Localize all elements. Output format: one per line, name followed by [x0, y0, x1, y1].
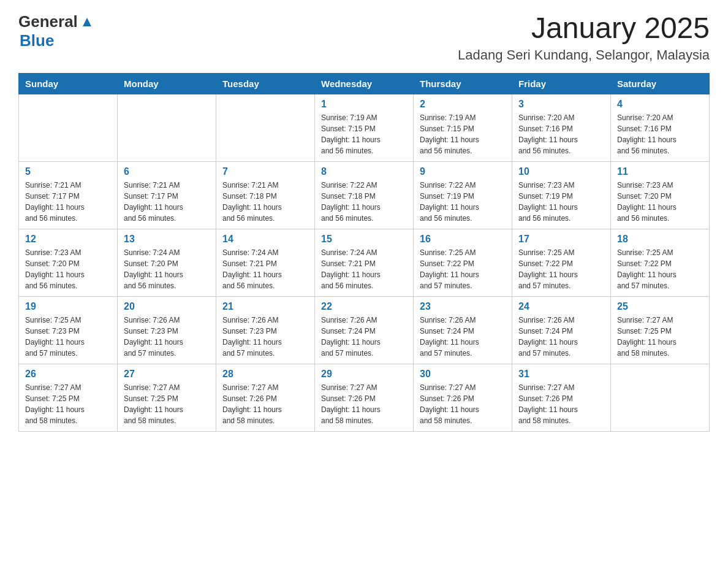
calendar-cell: 16Sunrise: 7:25 AM Sunset: 7:22 PM Dayli…	[414, 229, 512, 296]
calendar-week-row: 12Sunrise: 7:23 AM Sunset: 7:20 PM Dayli…	[19, 229, 710, 296]
calendar-cell: 8Sunrise: 7:22 AM Sunset: 7:18 PM Daylig…	[315, 161, 414, 229]
day-info: Sunrise: 7:27 AM Sunset: 7:25 PM Dayligh…	[617, 315, 703, 359]
weekday-header-saturday: Saturday	[611, 73, 710, 94]
day-info: Sunrise: 7:23 AM Sunset: 7:20 PM Dayligh…	[25, 247, 111, 291]
day-info: Sunrise: 7:25 AM Sunset: 7:22 PM Dayligh…	[518, 247, 604, 291]
day-number: 11	[617, 166, 703, 177]
calendar-cell: 21Sunrise: 7:26 AM Sunset: 7:23 PM Dayli…	[216, 296, 315, 364]
day-number: 1	[321, 99, 407, 110]
calendar-cell: 11Sunrise: 7:23 AM Sunset: 7:20 PM Dayli…	[611, 161, 710, 229]
day-info: Sunrise: 7:25 AM Sunset: 7:22 PM Dayligh…	[617, 247, 703, 291]
day-number: 25	[617, 301, 703, 312]
day-info: Sunrise: 7:22 AM Sunset: 7:19 PM Dayligh…	[420, 180, 506, 224]
calendar-cell: 13Sunrise: 7:24 AM Sunset: 7:20 PM Dayli…	[118, 229, 216, 296]
calendar-cell: 3Sunrise: 7:20 AM Sunset: 7:16 PM Daylig…	[512, 94, 611, 161]
logo: General Blue	[18, 12, 94, 50]
day-info: Sunrise: 7:27 AM Sunset: 7:25 PM Dayligh…	[25, 382, 111, 426]
day-number: 18	[617, 234, 703, 245]
calendar-cell: 14Sunrise: 7:24 AM Sunset: 7:21 PM Dayli…	[216, 229, 315, 296]
day-number: 27	[124, 369, 210, 380]
day-info: Sunrise: 7:26 AM Sunset: 7:23 PM Dayligh…	[222, 315, 308, 359]
logo-icon	[80, 15, 94, 31]
calendar-week-row: 5Sunrise: 7:21 AM Sunset: 7:17 PM Daylig…	[19, 161, 710, 229]
day-number: 17	[518, 234, 604, 245]
day-number: 5	[25, 166, 111, 177]
logo-blue-text: Blue	[20, 31, 54, 50]
calendar-cell: 7Sunrise: 7:21 AM Sunset: 7:18 PM Daylig…	[216, 161, 315, 229]
day-number: 31	[518, 369, 604, 380]
calendar-cell: 17Sunrise: 7:25 AM Sunset: 7:22 PM Dayli…	[512, 229, 611, 296]
day-info: Sunrise: 7:24 AM Sunset: 7:21 PM Dayligh…	[222, 247, 308, 291]
calendar-cell: 1Sunrise: 7:19 AM Sunset: 7:15 PM Daylig…	[315, 94, 414, 161]
day-info: Sunrise: 7:19 AM Sunset: 7:15 PM Dayligh…	[321, 112, 407, 156]
day-info: Sunrise: 7:27 AM Sunset: 7:26 PM Dayligh…	[321, 382, 407, 426]
day-info: Sunrise: 7:22 AM Sunset: 7:18 PM Dayligh…	[321, 180, 407, 224]
day-number: 15	[321, 234, 407, 245]
calendar-cell: 26Sunrise: 7:27 AM Sunset: 7:25 PM Dayli…	[19, 364, 118, 431]
day-number: 3	[518, 99, 604, 110]
calendar-table: SundayMondayTuesdayWednesdayThursdayFrid…	[18, 73, 710, 432]
calendar-cell	[19, 94, 118, 161]
day-info: Sunrise: 7:27 AM Sunset: 7:25 PM Dayligh…	[124, 382, 210, 426]
day-info: Sunrise: 7:20 AM Sunset: 7:16 PM Dayligh…	[617, 112, 703, 156]
page-header: General Blue January 2025 Ladang Seri Ku…	[18, 12, 710, 63]
day-info: Sunrise: 7:27 AM Sunset: 7:26 PM Dayligh…	[420, 382, 506, 426]
day-info: Sunrise: 7:27 AM Sunset: 7:26 PM Dayligh…	[518, 382, 604, 426]
calendar-cell: 25Sunrise: 7:27 AM Sunset: 7:25 PM Dayli…	[611, 296, 710, 364]
calendar-cell: 24Sunrise: 7:26 AM Sunset: 7:24 PM Dayli…	[512, 296, 611, 364]
calendar-cell: 22Sunrise: 7:26 AM Sunset: 7:24 PM Dayli…	[315, 296, 414, 364]
day-number: 2	[420, 99, 506, 110]
calendar-cell: 20Sunrise: 7:26 AM Sunset: 7:23 PM Dayli…	[118, 296, 216, 364]
calendar-cell: 4Sunrise: 7:20 AM Sunset: 7:16 PM Daylig…	[611, 94, 710, 161]
weekday-header-tuesday: Tuesday	[216, 73, 315, 94]
day-number: 30	[420, 369, 506, 380]
calendar-cell: 29Sunrise: 7:27 AM Sunset: 7:26 PM Dayli…	[315, 364, 414, 431]
weekday-header-wednesday: Wednesday	[315, 73, 414, 94]
weekday-header-friday: Friday	[512, 73, 611, 94]
day-number: 6	[124, 166, 210, 177]
day-number: 9	[420, 166, 506, 177]
day-number: 14	[222, 234, 308, 245]
month-title: January 2025	[458, 12, 710, 45]
day-info: Sunrise: 7:21 AM Sunset: 7:18 PM Dayligh…	[222, 180, 308, 224]
day-number: 13	[124, 234, 210, 245]
day-info: Sunrise: 7:26 AM Sunset: 7:24 PM Dayligh…	[321, 315, 407, 359]
location-title: Ladang Seri Kundang, Selangor, Malaysia	[458, 47, 710, 63]
calendar-cell: 30Sunrise: 7:27 AM Sunset: 7:26 PM Dayli…	[414, 364, 512, 431]
day-info: Sunrise: 7:23 AM Sunset: 7:19 PM Dayligh…	[518, 180, 604, 224]
day-number: 20	[124, 301, 210, 312]
calendar-week-row: 19Sunrise: 7:25 AM Sunset: 7:23 PM Dayli…	[19, 296, 710, 364]
calendar-cell: 5Sunrise: 7:21 AM Sunset: 7:17 PM Daylig…	[19, 161, 118, 229]
calendar-cell	[611, 364, 710, 431]
calendar-cell: 18Sunrise: 7:25 AM Sunset: 7:22 PM Dayli…	[611, 229, 710, 296]
weekday-header-sunday: Sunday	[19, 73, 118, 94]
day-number: 26	[25, 369, 111, 380]
calendar-cell: 2Sunrise: 7:19 AM Sunset: 7:15 PM Daylig…	[414, 94, 512, 161]
day-number: 19	[25, 301, 111, 312]
calendar-cell: 9Sunrise: 7:22 AM Sunset: 7:19 PM Daylig…	[414, 161, 512, 229]
day-number: 24	[518, 301, 604, 312]
day-info: Sunrise: 7:23 AM Sunset: 7:20 PM Dayligh…	[617, 180, 703, 224]
day-number: 28	[222, 369, 308, 380]
day-info: Sunrise: 7:25 AM Sunset: 7:22 PM Dayligh…	[420, 247, 506, 291]
day-number: 21	[222, 301, 308, 312]
day-info: Sunrise: 7:26 AM Sunset: 7:23 PM Dayligh…	[124, 315, 210, 359]
day-info: Sunrise: 7:20 AM Sunset: 7:16 PM Dayligh…	[518, 112, 604, 156]
day-info: Sunrise: 7:27 AM Sunset: 7:26 PM Dayligh…	[222, 382, 308, 426]
calendar-cell: 6Sunrise: 7:21 AM Sunset: 7:17 PM Daylig…	[118, 161, 216, 229]
calendar-cell: 27Sunrise: 7:27 AM Sunset: 7:25 PM Dayli…	[118, 364, 216, 431]
calendar-cell: 12Sunrise: 7:23 AM Sunset: 7:20 PM Dayli…	[19, 229, 118, 296]
calendar-cell	[216, 94, 315, 161]
day-number: 8	[321, 166, 407, 177]
calendar-cell	[118, 94, 216, 161]
day-number: 23	[420, 301, 506, 312]
weekday-header-monday: Monday	[118, 73, 216, 94]
calendar-cell: 28Sunrise: 7:27 AM Sunset: 7:26 PM Dayli…	[216, 364, 315, 431]
day-number: 4	[617, 99, 703, 110]
calendar-cell: 10Sunrise: 7:23 AM Sunset: 7:19 PM Dayli…	[512, 161, 611, 229]
day-number: 22	[321, 301, 407, 312]
day-info: Sunrise: 7:26 AM Sunset: 7:24 PM Dayligh…	[420, 315, 506, 359]
title-block: January 2025 Ladang Seri Kundang, Selang…	[458, 12, 710, 63]
weekday-header-thursday: Thursday	[414, 73, 512, 94]
day-info: Sunrise: 7:21 AM Sunset: 7:17 PM Dayligh…	[124, 180, 210, 224]
